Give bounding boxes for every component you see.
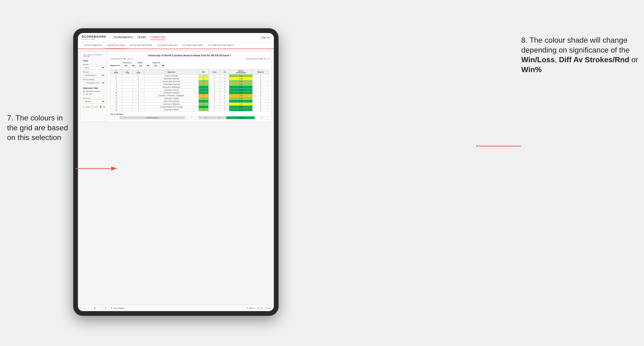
cell-reg: - (122, 74, 133, 77)
logo-area: SCOREBOARD Powered by clippd (82, 35, 106, 40)
opponent-filter-select[interactable]: (All) (152, 64, 165, 67)
cell-rank: 2 (110, 74, 122, 77)
nav-committee[interactable]: COMMITTEE (150, 35, 166, 40)
cell-diff: 3.67 (229, 86, 252, 89)
copy-icon[interactable]: ⊞ (94, 307, 96, 310)
cell-win: 1 (198, 89, 209, 91)
tab-team-h2h-grid[interactable]: TEAM H2H GRID (105, 42, 127, 49)
clock-icon[interactable]: 🕐 (104, 307, 107, 310)
more-icon[interactable]: ⋯ (98, 307, 100, 310)
cell-loss: 0 (209, 89, 220, 91)
sub-nav: TEAM SUMMARY TEAM H2H GRID TEAM H2H HEAT… (78, 42, 274, 49)
cell-opponent: University of Florida (144, 108, 198, 111)
col-loss: Loss (209, 70, 220, 74)
share-icon-btn[interactable]: ⊞ (261, 307, 263, 309)
cell-reg (122, 77, 133, 80)
radio-label-opponents: Opponents Played (86, 90, 100, 92)
cell-tie: 0 (220, 74, 229, 77)
watch-button[interactable]: 👁 Watch ▾ (246, 307, 255, 309)
radio-top100[interactable]: Top 100 (83, 93, 105, 95)
table-row: 11 6 University of Arkansas, Fayettevill… (110, 94, 269, 97)
school-label: School (Rank) (83, 78, 105, 81)
cell-reg (122, 106, 133, 108)
cell-reg (122, 103, 133, 106)
filter-region: Region (All) (138, 62, 150, 67)
view-icon: 👁 (111, 307, 112, 309)
tab-player-h2h-heatmap[interactable]: PLAYER H2H HEATMAP (206, 42, 236, 48)
cell-tie: 0 (220, 97, 229, 100)
cell-conf: 6 (132, 94, 144, 97)
radio-opponents-played[interactable]: Opponents Played (83, 90, 105, 92)
region-filter-select[interactable]: (All) (138, 64, 150, 67)
overall-record: Overall Record: 89 - 17 - 0 (110, 58, 132, 60)
nav-tournaments[interactable]: TOURNAMENTS (113, 35, 133, 40)
cell-rounds: 9 (252, 74, 269, 77)
view-label: 👁 View: Original (111, 307, 124, 309)
cell-rounds: 3 (252, 94, 269, 97)
cell-rank: 9 (110, 89, 122, 91)
cell-win: 1 (198, 97, 209, 100)
cell-conf: 1 (132, 74, 144, 77)
opponent-view-title: Opponent View (83, 87, 105, 89)
legend-row: Down Level Up (83, 105, 105, 108)
col-reg: #Reg (122, 70, 133, 74)
cell-reg: - (122, 108, 133, 111)
right-content: University of North Carolina Head-to-Hea… (108, 52, 271, 122)
cell-rounds: 9 (252, 103, 269, 106)
cell-rank: 8 (110, 86, 122, 89)
col-opponent: Opponent (144, 70, 198, 74)
colour-by-label: Colour by (83, 97, 105, 99)
share-button[interactable]: ↗ Share (265, 307, 272, 309)
cell-rounds: 3 (252, 86, 269, 89)
cell-diff: -4.33 (229, 94, 252, 97)
cell-opponent: University of Washington (144, 86, 198, 89)
tab-player-h2h-grid[interactable]: PLAYER H2H GRID (180, 42, 206, 48)
conference-filter-select[interactable]: (All) (122, 64, 136, 67)
cell-win: 3 (198, 108, 209, 111)
legend-level-circle (92, 105, 93, 108)
cell-opponent: Georgia Institute of Technology (144, 106, 198, 108)
cell-loss: 0 (209, 91, 220, 94)
cell-loss: 1 (209, 94, 220, 97)
cell-reg: - (122, 100, 133, 103)
school-select[interactable]: 1. University of Nort... (83, 81, 105, 85)
report-records: Overall Record: 89 - 17 - 0 Division Rec… (110, 58, 269, 60)
cell-reg: - (122, 80, 133, 83)
legend-down-circle (83, 105, 84, 108)
tab-team-h2h-heatmap[interactable]: TEAM H2H HEATMAP (127, 42, 155, 48)
filter-conference: Conference (All) (122, 62, 136, 67)
cell-loss: 0 (209, 106, 220, 108)
division-select[interactable]: NCAA Division I (83, 74, 105, 77)
sign-out-link[interactable]: Sign out (258, 36, 270, 39)
cell-tie: 0 (220, 103, 229, 106)
cell-win: 5 (198, 106, 209, 108)
toolbar: ↩ ↪ ⤳ ⊞ ⋯ 🕐 👁 View: Original 👁 Watch ▾ 💬… (78, 305, 274, 311)
redo-icon[interactable]: ↪ (84, 307, 86, 310)
cell-rounds: 3 (252, 97, 269, 100)
cell-win: 3 (198, 100, 209, 103)
table-row: 15 4 Georgia Institute of Technology 5 0… (110, 106, 269, 108)
undo-icon[interactable]: ↩ (80, 307, 82, 310)
comment-button[interactable]: 💬 (257, 307, 259, 309)
forward-icon[interactable]: ⤳ (88, 307, 90, 310)
cell-opponent: Florida State University (144, 83, 198, 86)
cell-rank: 16 (110, 108, 122, 111)
colour-by-select[interactable]: Win/loss (83, 100, 105, 103)
table-row: 8 2 University of Washington 1 0 0 3.67 … (110, 86, 269, 89)
tab-team-summary[interactable]: TEAM SUMMARY (82, 42, 105, 48)
gender-select[interactable]: Men's (83, 66, 105, 70)
table-row: 4 - 1 Arizona State University 5 1 0 2.2… (110, 80, 269, 83)
cell-loss: 1 (209, 80, 220, 83)
cell-diff: 1.83 (229, 83, 252, 86)
cell-rounds: 9 (252, 108, 269, 111)
ood-division-name: NCAA Division II (120, 116, 184, 119)
cell-diff: 4.50 (229, 106, 252, 108)
cell-reg: - (122, 89, 133, 91)
nav-teams[interactable]: TEAMS (137, 35, 146, 40)
cell-win: 3 (198, 91, 209, 94)
cell-rounds: 12 (252, 83, 269, 86)
tab-player-summary[interactable]: PLAYER SUMMARY (155, 42, 180, 48)
annotation-winpct: Win% (521, 65, 542, 74)
filter-opponent: Opponent (All) (152, 62, 165, 67)
cell-opponent: Arizona State University (144, 80, 198, 83)
